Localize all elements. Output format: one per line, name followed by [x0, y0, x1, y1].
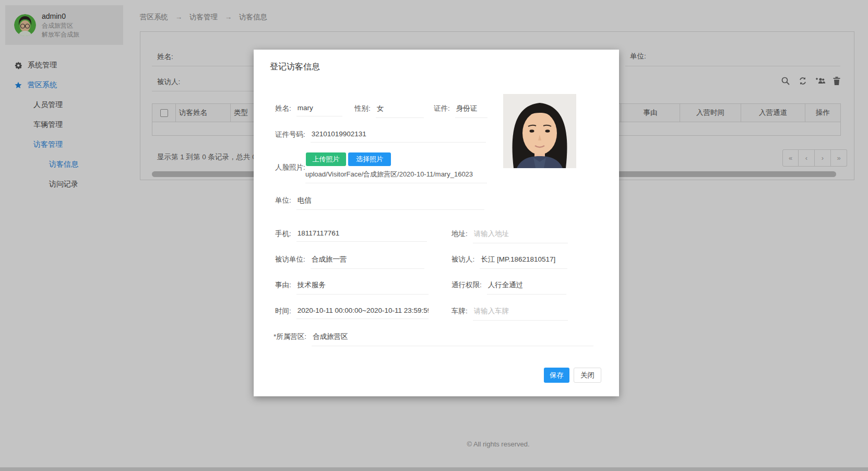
select-photo-button[interactable]: 选择照片: [348, 152, 391, 166]
visited-person-field: 被访人: 长江 [MP.18621810517]: [451, 255, 567, 269]
camp-field: *所属营区: 合成旅营区: [274, 332, 593, 346]
camp-input[interactable]: 合成旅营区: [312, 332, 593, 346]
visitor-photo-portrait: [503, 94, 576, 168]
phone-label: 手机:: [275, 229, 291, 239]
visited-unit-field: 被访单位: 合成旅一营: [275, 255, 424, 269]
id-number-label: 证件号码:: [275, 130, 305, 139]
gender-label: 性别:: [354, 104, 371, 113]
visited-person-input[interactable]: 长江 [MP.18621810517]: [480, 255, 567, 269]
unit-label: 单位:: [275, 196, 291, 205]
reason-input[interactable]: 技术服务: [296, 280, 429, 295]
plate-input[interactable]: 请输入车牌: [473, 307, 568, 321]
id-type-label: 证件:: [434, 104, 450, 113]
address-field: 地址: 请输入地址: [451, 229, 568, 243]
access-input[interactable]: 人行全通过: [487, 280, 566, 295]
phone-input[interactable]: 18117117761: [296, 229, 427, 242]
photo-path-input[interactable]: upload/VisitorFace/合成旅营区/2020-10-11/mary…: [305, 170, 487, 183]
gender-field: 性别: 女: [354, 104, 424, 118]
visited-unit-input[interactable]: 合成旅一营: [311, 255, 424, 269]
address-input[interactable]: 请输入地址: [473, 229, 568, 243]
visited-person-label: 被访人:: [451, 255, 474, 264]
address-label: 地址:: [451, 229, 468, 239]
time-field: 时间: 2020-10-11 00:00:00~2020-10-11 23:59…: [275, 307, 429, 319]
phone-field: 手机: 18117117761: [275, 229, 427, 242]
camp-label: *所属营区:: [274, 332, 306, 342]
plate-label: 车牌:: [451, 307, 468, 316]
upload-photo-button[interactable]: 上传照片: [306, 152, 346, 166]
visitor-photo: [503, 94, 576, 168]
time-label: 时间:: [275, 307, 291, 316]
name-label: 姓名:: [275, 104, 291, 113]
face-photo-label: 人脸照片:: [275, 163, 305, 172]
unit-input[interactable]: 电信: [296, 196, 484, 210]
reason-field: 事由: 技术服务: [275, 280, 429, 295]
id-type-input[interactable]: 身份证: [455, 104, 487, 118]
time-range-input[interactable]: 2020-10-11 00:00:00~2020-10-11 23:59:59: [296, 307, 429, 319]
id-number-input[interactable]: 32101019902131: [311, 130, 486, 143]
name-field: 姓名: mary: [275, 104, 342, 116]
dialog-title: 登记访客信息: [270, 62, 320, 73]
id-number-field: 证件号码: 32101019902131: [275, 130, 486, 143]
plate-field: 车牌: 请输入车牌: [451, 307, 568, 321]
visited-unit-label: 被访单位:: [275, 255, 305, 264]
save-button[interactable]: 保存: [544, 368, 569, 383]
close-button[interactable]: 关闭: [574, 368, 601, 383]
access-label: 通行权限:: [451, 280, 482, 290]
reason-label: 事由:: [275, 280, 291, 290]
id-type-field: 证件: 身份证: [434, 104, 487, 118]
unit-field: 单位: 电信: [275, 196, 484, 210]
gender-input[interactable]: 女: [376, 104, 424, 118]
name-input[interactable]: mary: [296, 104, 342, 116]
access-field: 通行权限: 人行全通过: [451, 280, 566, 295]
register-visitor-dialog: 登记访客信息 姓名: mary 性别: 女 证件: 身份证 证件号码: 3210…: [254, 50, 619, 396]
